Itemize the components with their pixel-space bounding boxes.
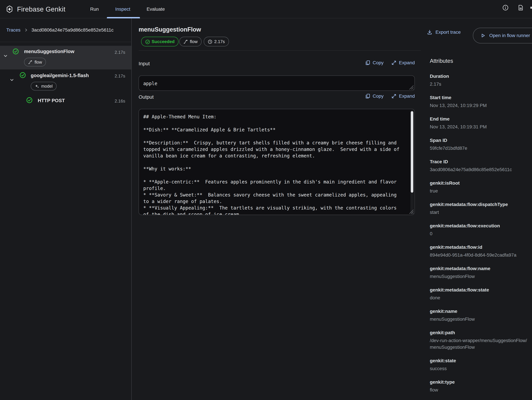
type-chip: flow — [179, 37, 202, 46]
flow-icon — [28, 60, 32, 64]
tab-evaluate[interactable]: Evaluate — [147, 0, 165, 18]
attribute-value: 894e94d0-951a-4f0d-8d64-59e2cadfa97a — [430, 252, 532, 258]
input-textarea[interactable]: apple — [139, 75, 415, 91]
info-icon[interactable] — [502, 5, 509, 11]
attribute-row: genkit:isRoot true — [430, 180, 532, 194]
span-name: HTTP POST — [38, 98, 65, 103]
input-value: apple — [139, 76, 414, 87]
attribute-key: genkit:isRoot — [430, 180, 532, 186]
attribute-value: menuSuggestionFlow — [430, 316, 532, 323]
attribute-value: /dev-run-action-wrapper/menuSuggestionFl… — [430, 337, 532, 350]
trace-sidebar: Traces 3acd0806a24e75a9d86c85e852e5611c … — [0, 18, 132, 400]
attribute-key: genkit:name — [430, 308, 532, 314]
output-section-label: Output — [139, 94, 154, 100]
span-duration: 2.17s — [114, 74, 125, 79]
page-title: menuSuggestionFlow — [139, 26, 201, 33]
success-check-icon — [12, 48, 19, 55]
attribute-key: genkit:path — [430, 330, 532, 336]
attribute-value: Nov 13, 2024, 10:19:31 PM — [430, 124, 532, 130]
attribute-row: genkit:metadata:flow:id 894e94d0-951a-4f… — [430, 244, 532, 258]
docs-icon[interactable] — [517, 5, 524, 11]
top-nav: Firebase Genkit Run Inspect Evaluate — [0, 0, 532, 18]
output-expand-label: Expand — [399, 94, 415, 99]
status-badge-label: Succeeded — [152, 39, 175, 44]
tab-run[interactable]: Run — [90, 0, 99, 18]
flow-chip-label: flow — [35, 60, 42, 65]
output-textarea[interactable]: ## Apple-Themed Menu Item: **Dish:** **C… — [139, 109, 415, 215]
chevron-down-icon[interactable] — [3, 53, 8, 58]
header-divider — [139, 50, 421, 51]
breadcrumb-chevron-icon — [24, 28, 28, 32]
expand-icon — [391, 94, 397, 99]
breadcrumb-trace-id: 3acd0806a24e75a9d86c85e852e5611c — [32, 27, 114, 33]
chevron-down-icon[interactable] — [9, 77, 14, 82]
tab-inspect[interactable]: Inspect — [115, 0, 130, 18]
attributes-list: Duration 2.17s Start time Nov 13, 2024, … — [430, 74, 532, 393]
attribute-row: genkit:metadata:flow:dispatchType start — [430, 202, 532, 216]
attribute-key: genkit:metadata:flow:state — [430, 287, 532, 293]
attribute-value: flow — [430, 387, 532, 393]
sidebar-divider — [0, 42, 132, 42]
attribute-key: genkit:metadata:flow:id — [430, 244, 532, 250]
attribute-key: genkit:metadata:flow:execution — [430, 223, 532, 229]
attributes-title: Attributes — [430, 58, 532, 64]
attribute-key: genkit:type — [430, 379, 532, 385]
output-expand-button[interactable]: Expand — [391, 94, 415, 99]
attribute-key: genkit:metadata:flow:dispatchType — [430, 202, 532, 207]
duration-chip: 2.17s — [204, 37, 229, 46]
input-copy-label: Copy — [373, 60, 384, 65]
attribute-row: genkit:state success — [430, 358, 532, 372]
tab-run-label: Run — [90, 6, 99, 12]
input-expand-button[interactable]: Expand — [391, 60, 415, 65]
input-section-label: Input — [139, 61, 150, 66]
success-check-icon — [19, 72, 26, 78]
type-chip-label: flow — [190, 39, 197, 44]
output-actions: Copy Expand — [351, 94, 415, 99]
attribute-row: genkit:path /dev-run-action-wrapper/menu… — [430, 330, 532, 350]
attribute-key: Start time — [430, 95, 532, 100]
attribute-value: done — [430, 294, 532, 301]
attribute-key: genkit:state — [430, 358, 532, 364]
span-duration: 2.17s — [114, 50, 125, 55]
span-name: menuSuggestionFlow — [24, 49, 74, 54]
attribute-key: Span ID — [430, 138, 532, 143]
attribute-row: genkit:metadata:flow:name menuSuggestion… — [430, 266, 532, 280]
flow-icon — [183, 39, 188, 44]
attribute-value: 0 — [430, 230, 532, 237]
attribute-row: genkit:name menuSuggestionFlow — [430, 308, 532, 323]
brand: Firebase Genkit — [6, 0, 65, 18]
attribute-row: Duration 2.17s — [430, 74, 532, 88]
input-actions: Copy Expand — [351, 60, 415, 65]
attribute-key: End time — [430, 116, 532, 122]
attribute-row: Start time Nov 13, 2024, 10:19:29 PM — [430, 95, 532, 109]
attribute-row: genkit:metadata:flow:state done — [430, 287, 532, 301]
attribute-key: genkit:metadata:flow:name — [430, 266, 532, 271]
attribute-value: 59fcfe7d1bdfd87e — [430, 145, 532, 152]
attribute-value: 3acd0806a24e75a9d86c85e852e5611c — [430, 166, 532, 173]
tab-evaluate-label: Evaluate — [147, 6, 165, 12]
output-copy-button[interactable]: Copy — [365, 94, 384, 99]
app-title: Firebase Genkit — [17, 6, 65, 13]
input-copy-button[interactable]: Copy — [365, 60, 384, 65]
attribute-value: Nov 13, 2024, 10:19:29 PM — [430, 102, 532, 109]
scrollbar-thumb[interactable] — [411, 111, 413, 193]
attribute-value: start — [430, 209, 532, 216]
attribute-value: menuSuggestionFlow — [430, 273, 532, 280]
span-name: googleai/gemini-1.5-flash — [31, 73, 89, 78]
attribute-row: genkit:type flow — [430, 379, 532, 393]
attribute-key: Trace ID — [430, 159, 532, 165]
attribute-value: success — [430, 365, 532, 372]
model-chip-label: model — [41, 84, 53, 89]
attribute-row: genkit:metadata:flow:execution 0 — [430, 223, 532, 237]
output-copy-label: Copy — [373, 94, 384, 99]
success-check-icon — [145, 39, 150, 44]
clipped-menu-icon[interactable] — [530, 7, 532, 9]
input-expand-label: Expand — [399, 60, 415, 65]
attribute-row: Trace ID 3acd0806a24e75a9d86c85e852e5611… — [430, 159, 532, 173]
breadcrumb-traces-link[interactable]: Traces — [6, 27, 20, 33]
clock-icon — [208, 39, 212, 44]
duration-chip-label: 2.17s — [214, 39, 225, 44]
attribute-key: Duration — [430, 74, 532, 79]
span-duration: 2.16s — [114, 99, 125, 104]
model-type-chip: model — [31, 82, 57, 90]
